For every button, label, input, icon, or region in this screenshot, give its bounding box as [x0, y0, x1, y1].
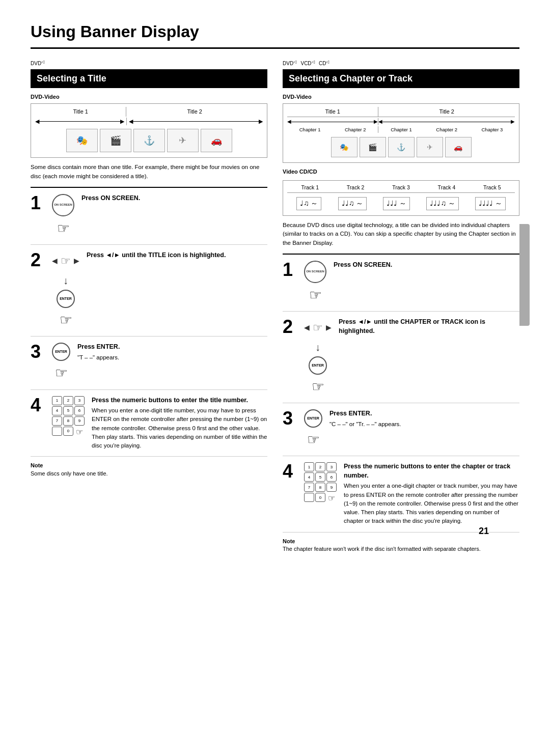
diagram-img-2: 🎬 [100, 129, 131, 152]
step-3-number: 3 [31, 343, 45, 361]
right-steps: 1 ON SCREEN ☞ Press ON SCREEN. 2 [283, 254, 519, 533]
diagram-img-1: 🎭 [66, 129, 98, 152]
page-number: 21 [479, 525, 489, 538]
right-section-header: Selecting a Chapter or Track [283, 69, 519, 88]
step-4-right-content: Press the numeric buttons to enter the c… [344, 462, 519, 525]
right-description: Because DVD discs use digital technology… [283, 221, 519, 247]
diagram-img-4: ✈ [167, 129, 199, 152]
step-3-left: 3 ENTER ☞ Press ENTER. "T – –" appears. [31, 337, 267, 389]
right-note: Note The chapter feature won't work if t… [283, 538, 519, 553]
left-note: Note Some discs only have one title. [31, 462, 267, 478]
step-4-right-icon: 1 2 3 4 5 6 7 8 9 0 ☞ [304, 462, 337, 504]
right-tag-vcd: VCD [300, 61, 311, 66]
ch-title-2: Title 2 [378, 107, 515, 117]
step-1-icon: ON SCREEN ☞ [52, 194, 74, 238]
step-4-right-number: 4 [283, 462, 297, 481]
step-1-content: Press ON SCREEN. [81, 194, 267, 203]
diagram-title2: Title 2 [126, 107, 263, 117]
right-column: DVD◁ VCD◁ CD◁ Selecting a Chapter or Tra… [283, 59, 519, 553]
step-2-right-number: 2 [283, 318, 297, 336]
diagram-images: 🎭 🎬 ⚓ ✈ 🚗 [35, 127, 263, 154]
step-3-right-icon: ENTER ☞ [304, 409, 322, 450]
right-dvd-images: 🎭 🎬 ⚓ ✈ 🚗 [287, 135, 515, 159]
step-2-right-content: Press ◄/► until the CHAPTER or TRACK ico… [339, 318, 519, 335]
ch-title-1: Title 1 [287, 107, 378, 117]
step-2-left: 2 ◀ ☞ ▶ ↓ ENTER ☞ Press ◄/► until the TI… [31, 245, 267, 337]
music-notes-row: ♩♫ ～ ♩♩♫ ～ ♩♩♩ ～ ♩♩♩♫ ～ ♩♩♩♩ ～ [287, 195, 515, 212]
left-diagram-box: Title 1 Title 2 ◀ ▶ ◀ ▶ 🎭 [31, 103, 267, 158]
step-1-number: 1 [31, 194, 45, 212]
side-tab [519, 224, 530, 326]
step-3-right-number: 3 [283, 409, 297, 428]
hand-icon-2: ☞ [60, 310, 72, 330]
diagram-img-5: 🚗 [201, 129, 232, 152]
enter-btn-r2: ENTER [309, 356, 327, 375]
right-vcd-label: Video CD/CD [283, 168, 519, 176]
right-section-tags: DVD◁ VCD◁ CD◁ [283, 59, 519, 67]
step-3-right: 3 ENTER ☞ Press ENTER. "C – –" or "Tr. –… [283, 403, 519, 456]
on-screen-button-r1: ON SCREEN [304, 261, 326, 283]
arrow-down-2: ↓ [63, 273, 68, 288]
left-description: Some discs contain more than one title. … [31, 163, 267, 181]
hand-icon-3: ☞ [55, 363, 68, 383]
enter-btn-3: ENTER [52, 343, 70, 361]
on-screen-button-1: ON SCREEN [52, 194, 74, 216]
step-3-right-content: Press ENTER. "C – –" or "Tr. – –" appear… [329, 409, 519, 429]
track-labels-row: Track 1 Track 2 Track 3 Track 4 Track 5 [287, 184, 515, 193]
right-tag-cd: CD [319, 61, 326, 66]
numeric-pad-left: 1 2 3 4 5 6 7 8 9 0 ☞ [52, 396, 85, 438]
left-column: DVD◁ Selecting a Title DVD-Video Title 1… [31, 59, 267, 553]
left-section-tag: DVD◁ [31, 59, 267, 67]
step-2-icon: ◀ ☞ ▶ ↓ ENTER ☞ [52, 251, 79, 330]
step-2-content: Press ◄/► until the TITLE icon is highli… [87, 251, 267, 260]
hand-icon-r1: ☞ [309, 285, 322, 305]
d-pad-2: ◀ ☞ ▶ [52, 251, 79, 271]
page-title: Using Banner Display [31, 20, 519, 49]
step-4-left: 4 1 2 3 4 5 6 7 8 9 0 [31, 390, 267, 457]
step-1-left: 1 ON SCREEN ☞ Press ON SCREEN. [31, 188, 267, 245]
d-pad-r2: ◀ ☞ ▶ [304, 318, 332, 338]
step-2-right-icon: ◀ ☞ ▶ ↓ ENTER ☞ [304, 318, 332, 397]
left-steps: 1 ON SCREEN ☞ Press ON SCREEN. 2 [31, 187, 267, 457]
numeric-pad-right: 1 2 3 4 5 6 7 8 9 0 ☞ [304, 462, 337, 504]
step-4-number: 4 [31, 396, 45, 414]
right-tag-dvd: DVD [283, 61, 293, 66]
arrow-down-r2: ↓ [315, 340, 320, 354]
step-1-right-number: 1 [283, 261, 297, 279]
step-1-right-icon: ON SCREEN ☞ [304, 261, 326, 305]
step-4-content: Press the numeric buttons to enter the t… [92, 396, 267, 451]
enter-btn-2: ENTER [57, 290, 75, 308]
right-dvd-diagram: Title 1 Title 2 ◀ ▶ ◀ ▶ [283, 103, 519, 163]
step-4-icon: 1 2 3 4 5 6 7 8 9 0 ☞ [52, 396, 85, 438]
right-vcd-diagram: Track 1 Track 2 Track 3 Track 4 Track 5 … [283, 180, 519, 216]
left-tag-dvd: DVD [31, 61, 41, 66]
enter-btn-r3: ENTER [304, 409, 322, 428]
step-4-right: 4 1 2 3 4 5 6 7 8 9 0 [283, 456, 519, 532]
diagram-title1: Title 1 [35, 107, 126, 117]
hand-icon-r2: ☞ [312, 377, 324, 397]
step-1-right-content: Press ON SCREEN. [334, 261, 519, 270]
hand-icon-r3: ☞ [307, 430, 320, 450]
step-2-right: 2 ◀ ☞ ▶ ↓ ENTER ☞ Press ◄/► until the CH… [283, 312, 519, 403]
right-dvd-video-label: DVD-Video [283, 93, 519, 101]
left-section-header: Selecting a Title [31, 69, 267, 88]
left-dvd-video-label: DVD-Video [31, 93, 267, 101]
step-2-number: 2 [31, 251, 45, 269]
step-3-content: Press ENTER. "T – –" appears. [77, 343, 267, 362]
step-1-right: 1 ON SCREEN ☞ Press ON SCREEN. [283, 255, 519, 312]
step-3-icon: ENTER ☞ [52, 343, 70, 383]
diagram-img-3: ⚓ [133, 129, 165, 152]
hand-icon-1: ☞ [57, 218, 70, 238]
